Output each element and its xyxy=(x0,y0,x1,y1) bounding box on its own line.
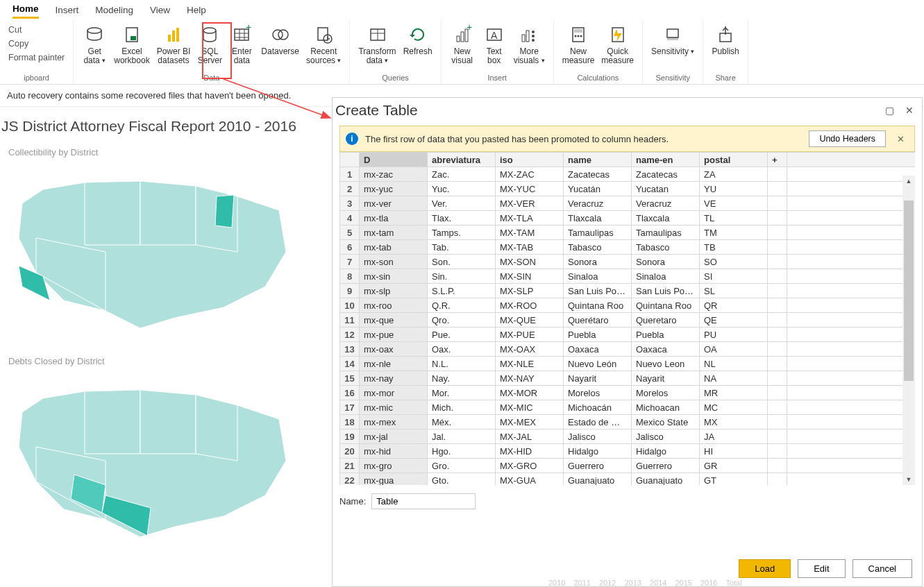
maximize-icon[interactable]: ▢ xyxy=(885,105,894,116)
cell[interactable]: Nuevo Leon xyxy=(632,357,700,371)
cell[interactable]: Tab. xyxy=(428,240,496,255)
table-row[interactable]: 1mx-zacZac.MX-ZACZacatecasZacatecasZA xyxy=(340,167,916,182)
row-number[interactable]: 2 xyxy=(340,182,360,196)
cell[interactable]: MX-MOR xyxy=(496,386,564,400)
cell[interactable]: mx-jal xyxy=(360,429,428,444)
cell[interactable]: Tabasco xyxy=(564,240,632,255)
table-row[interactable]: 6mx-tabTab.MX-TABTabascoTabascoTB xyxy=(340,240,916,255)
scroll-down-icon[interactable]: ▼ xyxy=(902,474,915,485)
cell[interactable]: MX-YUC xyxy=(496,182,564,196)
column-header[interactable]: name-en xyxy=(632,153,700,167)
cell[interactable]: Hgo. xyxy=(428,444,496,459)
get-data-button[interactable]: Getdata ▾ xyxy=(79,22,110,67)
row-number[interactable]: 11 xyxy=(340,313,360,327)
cell[interactable]: SO xyxy=(700,255,768,269)
cell[interactable]: MC xyxy=(700,400,768,415)
cell[interactable]: mx-zac xyxy=(360,167,428,182)
cell[interactable]: Morelos xyxy=(564,386,632,400)
cell[interactable]: Sin. xyxy=(428,269,496,284)
undo-headers-button[interactable]: Undo Headers xyxy=(809,130,886,147)
cell[interactable]: Querétaro xyxy=(564,313,632,327)
cell[interactable]: San Luis Potosi xyxy=(632,284,700,298)
cell[interactable]: mx-yuc xyxy=(360,182,428,196)
cell[interactable]: Hidalgo xyxy=(564,444,632,459)
quick-measure-button[interactable]: Quickmeasure xyxy=(598,22,637,67)
cell[interactable]: TB xyxy=(700,240,768,255)
cell[interactable]: Oaxaca xyxy=(564,342,632,357)
cell[interactable]: Puebla xyxy=(632,327,700,342)
cell[interactable]: Jalisco xyxy=(632,429,700,444)
row-number[interactable]: 3 xyxy=(340,196,360,211)
dataverse-button[interactable]: Dataverse xyxy=(258,22,302,58)
cell[interactable]: TL xyxy=(700,211,768,226)
table-row[interactable]: 21mx-groGro.MX-GROGuerreroGuerreroGR xyxy=(340,459,916,473)
tab-modeling[interactable]: Modeling xyxy=(95,2,133,18)
cell[interactable]: Ver. xyxy=(428,196,496,211)
cell[interactable]: PU xyxy=(700,327,768,342)
cell[interactable]: Quintana Roo xyxy=(564,298,632,313)
cell[interactable]: mx-sin xyxy=(360,269,428,284)
cell[interactable]: mx-mor xyxy=(360,386,428,400)
cell[interactable]: ZA xyxy=(700,167,768,182)
table-row[interactable]: 12mx-puePue.MX-PUEPueblaPueblaPU xyxy=(340,327,916,342)
cell[interactable]: Mich. xyxy=(428,400,496,415)
cell[interactable]: Nayarit xyxy=(564,371,632,386)
cell[interactable]: Sinaloa xyxy=(632,269,700,284)
cell[interactable]: MX-NAY xyxy=(496,371,564,386)
column-header[interactable]: postal xyxy=(700,153,768,167)
cell[interactable]: MX-HID xyxy=(496,444,564,459)
cell[interactable]: Gto. xyxy=(428,473,496,486)
more-visuals-button[interactable]: Morevisuals ▾ xyxy=(511,22,548,67)
cell[interactable]: Mor. xyxy=(428,386,496,400)
table-row[interactable]: 9mx-slpS.L.P.MX-SLPSan Luis PotosíSan Lu… xyxy=(340,284,916,298)
table-row[interactable]: 14mx-nleN.L.MX-NLENuevo LeónNuevo LeonNL xyxy=(340,357,916,371)
table-row[interactable]: 15mx-nayNay.MX-NAYNayaritNayaritNA xyxy=(340,371,916,386)
cell[interactable]: mx-nle xyxy=(360,357,428,371)
cell[interactable]: MX-SLP xyxy=(496,284,564,298)
table-row[interactable]: 8mx-sinSin.MX-SINSinaloaSinaloaSI xyxy=(340,269,916,284)
cell[interactable]: Veracruz xyxy=(632,196,700,211)
cell[interactable]: MX-ZAC xyxy=(496,167,564,182)
cell[interactable]: Nuevo León xyxy=(564,357,632,371)
column-header[interactable]: abreviatura xyxy=(428,153,496,167)
table-row[interactable]: 4mx-tlaTlax.MX-TLATlaxcalaTlaxcalaTL xyxy=(340,211,916,226)
cell[interactable]: Son. xyxy=(428,255,496,269)
cell[interactable]: Nay. xyxy=(428,371,496,386)
row-number[interactable]: 8 xyxy=(340,269,360,284)
cell[interactable]: mx-mex xyxy=(360,415,428,429)
table-row[interactable]: 2mx-yucYuc.MX-YUCYucatánYucatanYU xyxy=(340,182,916,196)
cell[interactable]: NA xyxy=(700,371,768,386)
cell[interactable]: MX-PUE xyxy=(496,327,564,342)
cell[interactable]: Q.R. xyxy=(428,298,496,313)
refresh-button[interactable]: Refresh xyxy=(401,22,435,58)
table-row[interactable]: 18mx-mexMéx.MX-MEXEstado de Méxi...Mexic… xyxy=(340,415,916,429)
row-number[interactable]: 22 xyxy=(340,473,360,486)
tab-help[interactable]: Help xyxy=(187,2,206,18)
infobar-close-icon[interactable]: ✕ xyxy=(893,134,909,144)
close-icon[interactable]: ✕ xyxy=(905,105,914,116)
map-visual-1[interactable] xyxy=(1,162,300,335)
column-header[interactable]: name xyxy=(564,153,632,167)
cell[interactable]: mx-gua xyxy=(360,473,428,486)
cell[interactable]: MX xyxy=(700,415,768,429)
cell[interactable]: Jalisco xyxy=(564,429,632,444)
cell[interactable]: MX-SON xyxy=(496,255,564,269)
cell[interactable]: MX-MEX xyxy=(496,415,564,429)
row-number[interactable]: 12 xyxy=(340,327,360,342)
cell[interactable]: Guerrero xyxy=(632,459,700,473)
row-number[interactable]: 19 xyxy=(340,429,360,444)
cell[interactable]: Oax. xyxy=(428,342,496,357)
cell[interactable]: Sinaloa xyxy=(564,269,632,284)
cell[interactable]: MX-TAB xyxy=(496,240,564,255)
table-row[interactable]: 17mx-micMich.MX-MICMichoacánMichoacanMC xyxy=(340,400,916,415)
row-number[interactable]: 17 xyxy=(340,400,360,415)
row-number[interactable]: 1 xyxy=(340,167,360,182)
cell[interactable]: N.L. xyxy=(428,357,496,371)
table-row[interactable]: 19mx-jalJal.MX-JALJaliscoJaliscoJA xyxy=(340,429,916,444)
cell[interactable]: MX-GUA xyxy=(496,473,564,486)
cell[interactable]: mx-pue xyxy=(360,327,428,342)
row-number[interactable]: 21 xyxy=(340,459,360,473)
row-number[interactable]: 13 xyxy=(340,342,360,357)
row-number[interactable]: 20 xyxy=(340,444,360,459)
cell[interactable]: San Luis Potosí xyxy=(564,284,632,298)
